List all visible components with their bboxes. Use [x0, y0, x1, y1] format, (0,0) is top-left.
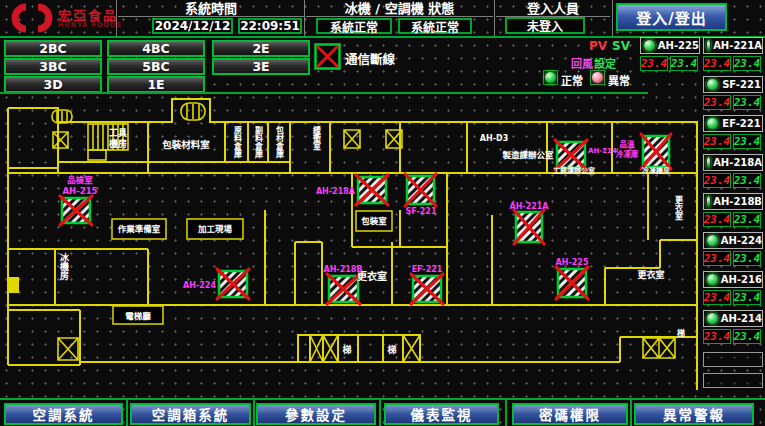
nav-button-password-auth[interactable]: 密碼權限	[512, 403, 628, 425]
hmi-screen: 宏亞食品 HUNYA FOODS 系統時間 冰機 / 空調機 狀態 登入人員 2…	[0, 0, 765, 426]
equipment-offline-ah-224[interactable]	[217, 269, 249, 299]
equipment-label: AH-224	[183, 281, 216, 290]
sv-label: SV	[612, 39, 630, 53]
floor-button-2e[interactable]: 2E	[212, 40, 310, 57]
floor-button-3e[interactable]: 3E	[212, 58, 310, 75]
room-label: 作業準備室	[118, 224, 161, 234]
device-status-led	[706, 78, 719, 91]
nav-button-meter-monitor[interactable]: 儀表監視	[384, 403, 499, 425]
device-block-ah-216: AH-216 23.423.4	[703, 271, 763, 305]
yellow-marker	[8, 277, 19, 293]
divider	[379, 398, 381, 426]
equipment-label: AH-221A	[509, 202, 549, 211]
device-sv-value: 23.4	[733, 95, 761, 110]
system-date-value: 2024/12/12	[152, 18, 233, 34]
nav-button-ac-system[interactable]: 空調系統	[4, 403, 123, 425]
device-block-ah-221a: AH-221A 23.423.4	[703, 37, 763, 71]
equipment-offline-freezer[interactable]	[641, 134, 671, 169]
equipment-offline-ah-218a[interactable]	[356, 175, 388, 205]
room-label: 機房	[109, 138, 127, 149]
device-block-ah-214: AH-214 23.423.4	[703, 310, 763, 344]
divider	[116, 0, 117, 36]
device-ah-218a[interactable]: AH-218A	[703, 154, 763, 171]
shaft-x-icon	[53, 132, 68, 148]
login-user-value: 未登入	[505, 17, 585, 34]
device-sv-value: 23.4	[733, 134, 761, 149]
device-ah-225[interactable]: AH-225	[640, 37, 700, 54]
divider	[126, 398, 128, 426]
equipment-label: 品溫	[620, 139, 635, 149]
equipment-label: 品檢室	[67, 175, 93, 185]
device-ah-216[interactable]: AH-216	[703, 271, 763, 288]
equipment-offline-ah-225[interactable]	[556, 267, 588, 299]
floor-button-2bc[interactable]: 2BC	[4, 40, 102, 57]
floor-button-4bc[interactable]: 4BC	[107, 40, 205, 57]
device-block-ah-218a: AH-218A 23.423.4	[703, 154, 763, 188]
equipment-label: 冷凍庫	[616, 149, 639, 159]
device-ef-221[interactable]: EF-221	[703, 115, 763, 132]
equipment-label: AH-215	[63, 186, 98, 196]
floor-button-1e[interactable]: 1E	[107, 76, 205, 93]
equipment-offline-sf-221[interactable]	[405, 174, 436, 206]
divider	[253, 398, 255, 426]
equipment-offline-ah-214[interactable]	[555, 140, 587, 170]
login-logout-button[interactable]: 登入/登出	[616, 3, 727, 31]
room-label: 更衣室	[674, 195, 683, 221]
device-pv-value: 23.4	[703, 251, 731, 266]
room-label: AH-D3	[480, 134, 508, 143]
device-block-ah-218b: AH-218B 23.423.4	[703, 193, 763, 227]
device-pv-value: 23.4	[703, 290, 731, 305]
device-pv-value: 23.4	[703, 56, 731, 71]
brand-logo-icon	[10, 3, 54, 37]
divider	[505, 398, 507, 426]
device-pv-value: 23.4	[640, 56, 668, 71]
room-label: 電梯廳	[125, 311, 151, 321]
normal-label: 正常	[561, 72, 583, 88]
device-status-led	[643, 39, 656, 52]
floor-button-5bc[interactable]: 5BC	[107, 58, 205, 75]
shaft-x-icon	[58, 338, 78, 360]
return-air-label: 回風	[571, 55, 593, 71]
comm-broken-label: 通信斷線	[345, 49, 395, 68]
device-status-led	[706, 39, 711, 52]
device-sv-value: 23.4	[733, 329, 761, 344]
login-user-label: 登入人員	[496, 1, 610, 16]
room-label: 更衣室	[637, 269, 664, 280]
room-label: 原料倉庫	[233, 126, 243, 159]
device-ah-214[interactable]: AH-214	[703, 310, 763, 327]
room-label: 加工現場	[197, 224, 233, 234]
nav-button-param-settings[interactable]: 參數設定	[256, 403, 376, 425]
equipment-label: EF-221	[412, 265, 443, 274]
equipment-offline-ah-218b[interactable]	[327, 274, 360, 304]
nav-button-ahu-system[interactable]: 空調箱系統	[130, 403, 251, 425]
floor-button-3d[interactable]: 3D	[4, 76, 102, 93]
divider	[0, 398, 765, 400]
nav-button-alarm[interactable]: 異常警報	[634, 403, 754, 425]
device-ah-224[interactable]: AH-224	[703, 232, 763, 249]
device-block-ef-221: EF-221 23.423.4	[703, 115, 763, 149]
room-label: 梯	[677, 328, 685, 338]
device-block-sf-221: SF-221 23.423.4	[703, 76, 763, 110]
device-status-led	[706, 195, 711, 208]
device-ah-221a[interactable]: AH-221A	[703, 37, 763, 54]
room-label: 包材倉庫	[275, 125, 285, 159]
equipment-offline-ah-221a[interactable]	[514, 210, 544, 244]
floor-button-3bc[interactable]: 3BC	[4, 58, 102, 75]
equipment-offline-ef-221[interactable]	[411, 274, 443, 304]
room-label: 副料倉庫	[254, 126, 264, 159]
device-status-led	[706, 117, 719, 130]
device-pv-value: 23.4	[703, 173, 731, 188]
device-sv-value: 23.4	[733, 173, 761, 188]
device-sf-221[interactable]: SF-221	[703, 76, 763, 93]
device-ah-218b[interactable]: AH-218B	[703, 193, 763, 210]
device-sv-value: 23.4	[733, 56, 761, 71]
room-label: 梯	[342, 344, 351, 355]
room-label: 工務課辦公室	[553, 166, 595, 175]
device-sv-value: 23.4	[733, 212, 761, 227]
equipment-label: AH-218B	[323, 265, 362, 274]
setpoint-label: 設定	[594, 55, 616, 71]
floorplan: 工具 機房 包裝材料室 原料倉庫 副料倉庫 包材倉庫 緩衝室 AH-D3 製造課…	[0, 92, 700, 400]
comm-broken-icon	[314, 43, 341, 74]
room-label: 包裝室	[361, 216, 387, 226]
equipment-offline-ah-215[interactable]	[60, 196, 92, 225]
